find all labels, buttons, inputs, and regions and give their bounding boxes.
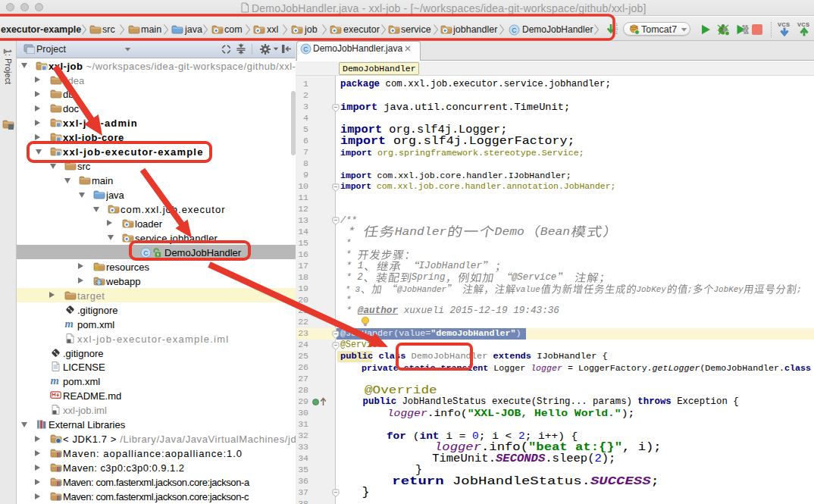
svg-text:m: m bbox=[65, 318, 74, 330]
svg-text:C: C bbox=[143, 249, 148, 257]
svg-text:C: C bbox=[303, 45, 308, 53]
svg-text:C: C bbox=[512, 27, 516, 34]
svg-text:m: m bbox=[51, 375, 59, 387]
